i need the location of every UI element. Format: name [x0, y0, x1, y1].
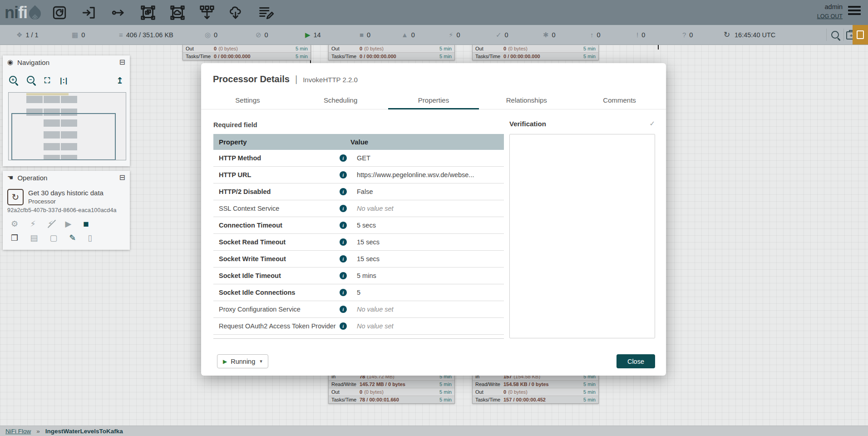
property-row[interactable]: Request OAuth2 Access Token ProvideriNo … — [213, 317, 504, 334]
info-icon[interactable]: i — [340, 205, 347, 212]
status-stale: ↑0 — [590, 25, 601, 45]
property-name: SSL Context Service — [213, 205, 340, 212]
process-group-icon[interactable] — [139, 4, 157, 21]
tab-relationships[interactable]: Relationships — [480, 91, 573, 109]
stat-value: 154.58 KB / 0 bytes — [503, 382, 549, 387]
label-icon[interactable] — [257, 4, 275, 21]
status-count: 0 — [457, 31, 460, 39]
property-row[interactable]: HTTP URLihttps://www.pegelonline.wsv.de/… — [213, 166, 504, 183]
stat-window: 5 min — [583, 397, 596, 402]
info-icon[interactable]: i — [340, 188, 347, 195]
property-name: Request OAuth2 Access Token Provider — [213, 322, 340, 330]
property-row[interactable]: Socket Idle Timeouti5 mins — [213, 267, 504, 284]
close-button[interactable]: Close — [616, 354, 655, 368]
property-row[interactable]: HTTP MethodiGET — [213, 150, 504, 166]
template-icon[interactable] — [228, 4, 245, 21]
stopped-icon: ■ — [360, 31, 364, 38]
navigation-toolbar: + − ⛶ |:| ↥ — [3, 69, 130, 86]
processor-stats[interactable]: In157(154.58 KB)5 minRead/Write154.58 KB… — [472, 372, 599, 404]
processor-stats-partial[interactable]: Out0(0 bytes)5 minTasks/Time0 / 00:00:00… — [328, 45, 455, 60]
stat-label: Tasks/Time — [331, 397, 360, 402]
info-icon[interactable]: i — [340, 238, 347, 246]
breadcrumb-current-group: IngestWaterLevelsToKafka — [45, 428, 123, 435]
verification-header: Verification ✓ — [509, 119, 655, 128]
info-icon[interactable]: i — [340, 222, 347, 229]
processor-stats-partial[interactable]: Out0(0 bytes)5 minTasks/Time0 / 00:00:00… — [472, 45, 599, 60]
running-icon: ▶ — [305, 31, 311, 38]
stat-label: Read/Write — [475, 382, 503, 387]
property-value[interactable]: GET — [347, 154, 370, 162]
property-column-header: Property — [213, 138, 350, 146]
selected-component-type: Processor — [28, 198, 104, 205]
remote-process-group-icon[interactable] — [169, 4, 186, 21]
copy-icon[interactable]: ❐ — [11, 234, 18, 242]
stat-window: 5 min — [583, 46, 596, 51]
tab-settings[interactable]: Settings — [201, 91, 294, 109]
property-value[interactable]: 15 secs — [347, 238, 380, 246]
processor-icon[interactable] — [51, 4, 68, 21]
birdseye-minimap[interactable] — [8, 92, 126, 160]
stat-value: 0 — [503, 389, 506, 395]
configure-gear-icon: ⚙ — [11, 220, 18, 228]
input-port-icon[interactable] — [80, 4, 98, 21]
property-row[interactable]: HTTP/2 DisablediFalse — [213, 183, 504, 200]
processor-stats-partial[interactable]: Out0(0 bytes)5 minTasks/Time0 / 00:00:00… — [182, 45, 311, 60]
stat-row: Tasks/Time0 / 00:00:00.0005 min — [329, 52, 454, 60]
property-value[interactable]: No value set — [347, 306, 394, 313]
property-row[interactable]: iNo value set — [213, 334, 504, 339]
search-icon[interactable] — [831, 31, 839, 40]
info-icon[interactable]: i — [340, 255, 347, 263]
stop-icon[interactable]: ■ — [83, 219, 89, 228]
property-row[interactable]: Proxy Configuration ServiceiNo value set — [213, 301, 504, 317]
property-value[interactable]: No value set — [347, 322, 394, 330]
property-name: Connection Timeout — [213, 222, 340, 229]
info-icon[interactable]: i — [340, 306, 347, 313]
verify-check-icon[interactable]: ✓ — [649, 119, 655, 128]
tab-properties[interactable]: Properties — [387, 91, 480, 109]
property-value[interactable]: https://www.pegelonline.wsv.de/webse... — [347, 171, 474, 178]
tab-scheduling[interactable]: Scheduling — [294, 91, 387, 109]
info-icon[interactable]: i — [340, 322, 347, 330]
breadcrumb-root-link[interactable]: NiFi Flow — [5, 428, 31, 435]
property-name: Socket Idle Connections — [213, 289, 340, 296]
stat-row: Out0(0 bytes)5 min — [473, 45, 598, 52]
property-row[interactable]: Socket Write Timeouti15 secs — [213, 250, 504, 267]
property-value[interactable]: 5 — [347, 289, 360, 296]
collapse-icon[interactable]: ⊟ — [119, 59, 125, 66]
run-state-button[interactable]: ▶ Running ▾ — [217, 354, 268, 368]
color-brush-icon[interactable]: ✎ — [69, 234, 76, 242]
global-menu-icon[interactable] — [848, 6, 861, 17]
property-value[interactable]: No value set — [347, 205, 394, 212]
stat-value: 157 / 00:00:00.452 — [503, 397, 546, 402]
property-value[interactable]: False — [347, 188, 373, 195]
zoom-out-icon[interactable]: − — [27, 76, 35, 85]
nifi-logo: nifi — [5, 5, 41, 21]
zoom-in-icon[interactable]: + — [9, 76, 17, 85]
zoom-fit-icon[interactable]: ⛶ — [44, 76, 50, 85]
processor-stats[interactable]: In78(145.72 MB)5 minRead/Write145.72 MB … — [328, 372, 455, 404]
property-value[interactable]: 5 mins — [347, 272, 376, 279]
tab-comments[interactable]: Comments — [573, 91, 666, 109]
status-running: ▶14 — [305, 25, 321, 45]
info-icon[interactable]: i — [340, 272, 347, 279]
funnel-icon[interactable] — [198, 4, 216, 21]
zoom-actual-size-icon[interactable]: |:| — [60, 77, 68, 85]
logout-link[interactable]: LOG OUT — [817, 13, 843, 20]
minimap-shape — [26, 96, 43, 103]
property-row[interactable]: Connection Timeouti5 secs — [213, 217, 504, 233]
refresh-icon[interactable]: ↻ — [724, 25, 730, 45]
property-row[interactable]: Socket Idle Connectionsi5 — [213, 284, 504, 301]
processor-stamp-icon: ↻ — [7, 189, 24, 205]
output-port-icon[interactable] — [110, 4, 127, 21]
info-icon[interactable]: i — [340, 171, 347, 178]
property-value[interactable]: 5 secs — [347, 222, 376, 229]
new-canvas-toggle[interactable] — [853, 25, 868, 45]
property-row[interactable]: Socket Read Timeouti15 secs — [213, 233, 504, 250]
property-value[interactable]: 15 secs — [347, 255, 380, 263]
minimap-viewport[interactable] — [11, 113, 116, 160]
collapse-icon[interactable]: ⊟ — [119, 174, 125, 181]
info-icon[interactable]: i — [340, 154, 347, 162]
leave-group-icon[interactable]: ↥ — [116, 75, 123, 86]
property-row[interactable]: SSL Context ServiceiNo value set — [213, 200, 504, 217]
info-icon[interactable]: i — [340, 289, 347, 296]
